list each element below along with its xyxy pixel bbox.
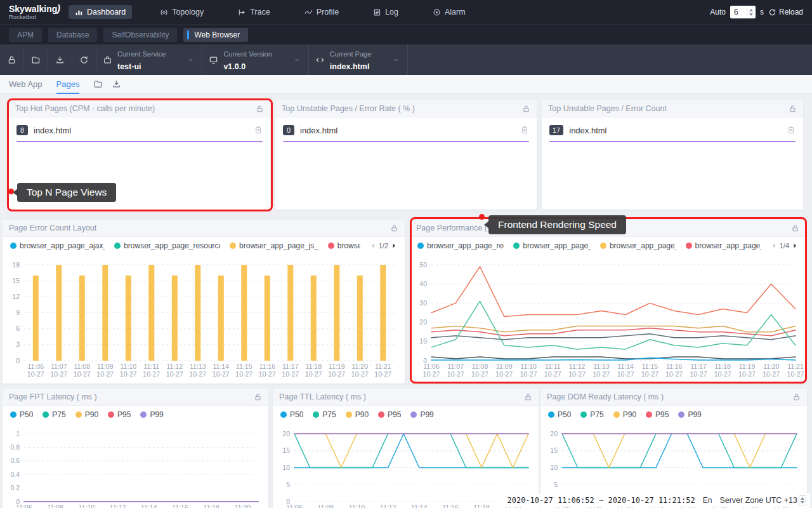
- lock-icon[interactable]: [789, 105, 797, 113]
- legend-item: browser_app_page_redirect_avg: [417, 241, 504, 250]
- trace-icon: [238, 8, 246, 17]
- legend-prev-icon[interactable]: [370, 243, 376, 249]
- legend-dot: [417, 243, 424, 249]
- subnav-web-browser[interactable]: Web Browser: [183, 28, 248, 42]
- svg-text:11:07: 11:07: [51, 363, 67, 370]
- legend-label: browser_app_page_redirect_avg: [427, 241, 504, 250]
- svg-text:11:20: 11:20: [352, 363, 369, 370]
- copy-icon[interactable]: [787, 126, 796, 135]
- list-item[interactable]: 8index.html: [9, 117, 270, 135]
- server-zone-stepper[interactable]: [799, 495, 806, 505]
- lock-icon[interactable]: [256, 105, 264, 113]
- svg-text:10-27: 10-27: [544, 370, 561, 378]
- svg-text:10-27: 10-27: [235, 370, 252, 378]
- legend-label: browser_app_page_resource_error_sum: [124, 241, 220, 250]
- legend-next-icon[interactable]: [391, 243, 397, 249]
- toolbar-import-icon-button[interactable]: [48, 50, 72, 69]
- reload-button[interactable]: Reload: [768, 8, 803, 17]
- current-page-selector[interactable]: Current Pageindex.html: [309, 44, 408, 75]
- subnav-selfobservability[interactable]: SelfObservability: [103, 28, 177, 42]
- reload-label: Reload: [779, 8, 803, 17]
- svg-text:11:12: 11:12: [167, 363, 183, 370]
- svg-text:11:19: 11:19: [739, 363, 756, 370]
- svg-text:11:09: 11:09: [97, 363, 114, 370]
- legend-next-icon[interactable]: [792, 243, 798, 249]
- legend-label: P90: [85, 410, 98, 419]
- svg-text:11:08: 11:08: [317, 504, 334, 508]
- subnav-apm[interactable]: APM: [9, 28, 42, 42]
- svg-text:18: 18: [12, 261, 20, 269]
- zone-step-down-icon[interactable]: [801, 501, 804, 504]
- svg-text:20: 20: [282, 430, 290, 438]
- toolbar-lock-icon-button[interactable]: [0, 50, 24, 69]
- skywalking-dashboard-page: Skywalking) Rocketbot DashboardTopologyT…: [0, 0, 812, 508]
- language-toggle[interactable]: En: [703, 496, 712, 505]
- lock-icon[interactable]: [254, 393, 262, 401]
- nav-item-log[interactable]: Log: [367, 5, 405, 19]
- legend-item: P95: [108, 410, 131, 419]
- nav-item-profile[interactable]: Profile: [298, 5, 345, 19]
- zone-step-up-icon[interactable]: [801, 497, 804, 500]
- legend-item: P99: [410, 410, 433, 419]
- chart-performance: 0102030405011:0610-2711:0710-2711:0810-2…: [410, 258, 806, 384]
- service-icon: [103, 55, 112, 65]
- svg-text:0.4: 0.4: [10, 471, 20, 478]
- auto-interval-stepper[interactable]: [747, 6, 755, 18]
- panel-body: P50P75P90P95P990510152011:0611:0811:1011…: [540, 406, 807, 508]
- current-version-selector[interactable]: Current Versionv1.0.0: [202, 44, 308, 75]
- svg-text:0.8: 0.8: [10, 443, 20, 451]
- panel-body: browser_app_page_redirect_avgbrowser_app…: [410, 237, 806, 384]
- svg-text:11:18: 11:18: [203, 504, 219, 508]
- subnav-database[interactable]: Database: [48, 28, 97, 42]
- step-up-icon[interactable]: [749, 9, 753, 11]
- nav-item-topology[interactable]: Topology: [154, 5, 210, 19]
- legend-prev-icon[interactable]: [771, 243, 777, 249]
- list-item[interactable]: 0index.html: [275, 117, 537, 135]
- page-name: index.html: [300, 126, 337, 135]
- legend-item: P75: [43, 410, 65, 419]
- nav-item-label: Topology: [172, 8, 204, 17]
- svg-text:11:10: 11:10: [520, 363, 537, 370]
- svg-text:30: 30: [419, 299, 427, 307]
- lock-icon[interactable]: [524, 393, 532, 401]
- legend-item: P75: [313, 410, 336, 419]
- svg-text:10-27: 10-27: [738, 370, 756, 378]
- tab-web-app[interactable]: Web App: [9, 75, 43, 94]
- svg-text:11:17: 11:17: [690, 363, 707, 370]
- lock-icon[interactable]: [390, 224, 398, 232]
- lock-icon[interactable]: [522, 105, 530, 113]
- auto-interval-value[interactable]: [730, 8, 747, 17]
- alarm-icon: [433, 8, 441, 17]
- list-item[interactable]: 17index.html: [542, 117, 803, 135]
- toolbar-folder-icon-button[interactable]: [24, 50, 48, 69]
- toolbar-refresh-icon-button[interactable]: [72, 50, 96, 69]
- time-range-picker[interactable]: 2020-10-27 11:06:52 ~ 2020-10-27 11:21:5…: [507, 496, 695, 505]
- svg-text:10-27: 10-27: [495, 370, 513, 378]
- svg-text:11:15: 11:15: [236, 363, 252, 370]
- svg-text:11:16: 11:16: [442, 504, 459, 508]
- panel-title: Top Hot Pages (CPM - calls per minute): [15, 104, 155, 113]
- lock-icon[interactable]: [791, 224, 799, 232]
- folder-icon[interactable]: [93, 79, 103, 89]
- nav-item-dashboard[interactable]: Dashboard: [69, 5, 132, 19]
- svg-text:11:09: 11:09: [496, 363, 513, 370]
- reload-icon: [768, 8, 776, 17]
- import-icon[interactable]: [112, 79, 121, 89]
- nav-item-trace[interactable]: Trace: [232, 5, 277, 19]
- nav-item-alarm[interactable]: Alarm: [426, 5, 472, 19]
- chart-error-count-panel: Page Error Count Layoutbrowser_app_page_…: [3, 220, 405, 384]
- nav-item-label: Profile: [317, 8, 339, 17]
- svg-text:10-27: 10-27: [374, 370, 391, 378]
- copy-icon[interactable]: [254, 126, 263, 135]
- svg-text:15: 15: [550, 446, 558, 454]
- svg-text:10-27: 10-27: [166, 370, 183, 378]
- current-service-selector[interactable]: Current Servicetest-ui: [96, 44, 202, 75]
- annotation-dot-1: [8, 189, 14, 194]
- svg-text:10-27: 10-27: [520, 370, 537, 378]
- copy-icon[interactable]: [520, 126, 529, 135]
- step-down-icon[interactable]: [749, 13, 753, 16]
- lock-icon[interactable]: [792, 393, 801, 401]
- auto-interval-input[interactable]: [730, 6, 756, 18]
- main-nav: DashboardTopologyTraceProfileLogAlarm: [69, 5, 472, 19]
- tab-pages[interactable]: Pages: [56, 75, 80, 94]
